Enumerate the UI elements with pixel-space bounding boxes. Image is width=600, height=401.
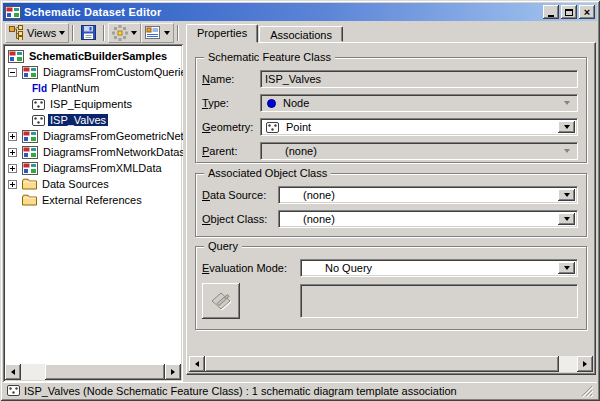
tree-item-root[interactable]: SchematicBuilderSamples [5,48,181,64]
dropdown-arrow-icon[interactable] [558,189,575,201]
chevron-down-icon [59,31,65,35]
chevron-down-icon [131,31,137,35]
list-panel-icon [145,25,161,40]
dropdown-arrow-icon[interactable] [558,213,575,225]
left-panel: Views [3,21,186,382]
tree-item-data-sources[interactable]: Data Sources [5,176,181,192]
tab-properties[interactable]: Properties [186,24,258,43]
group-title: Query [204,240,242,252]
arrow-left-icon [195,361,199,367]
scrollbar-thumb[interactable] [205,356,559,372]
expand-toggle[interactable] [8,164,17,173]
group-title: Associated Object Class [204,167,331,179]
scroll-right-button[interactable] [577,356,593,372]
scrollbar-track[interactable] [21,364,45,380]
toolbar-separator [103,25,105,41]
dataset-tree: SchematicBuilderSamples DiagramsFromCust… [3,44,183,382]
close-icon: × [584,7,590,17]
diagram-class-icon [22,146,38,159]
node-class-icon [7,385,20,396]
minimize-button[interactable] [543,5,559,19]
diagram-class-icon [22,130,38,143]
maximize-button[interactable] [561,5,577,19]
titlebar[interactable]: Schematic Dataset Editor × [3,3,597,21]
object-class-dropdown[interactable]: (none) [278,210,578,228]
type-label: Type: [202,97,260,109]
query-text-box [300,284,578,318]
tree-horizontal-scrollbar[interactable] [5,364,181,380]
toolbar: Views [3,21,186,44]
selected-tree-label: ISP_Valves [48,114,108,126]
views-label: Views [27,27,56,39]
right-panel: Properties Associations Schematic Featur… [186,21,596,382]
parent-label: Parent: [202,145,260,157]
views-button[interactable]: Views [5,23,69,43]
edit-query-icon [209,290,233,312]
expand-toggle[interactable] [8,148,17,157]
views-icon [9,25,24,40]
tree-item-external-references[interactable]: External References [5,192,181,208]
arrow-right-icon [583,361,587,367]
data-source-dropdown[interactable]: (none) [278,186,578,204]
status-text: ISP_Valves (Node Schematic Feature Class… [24,385,581,397]
scrollbar-track[interactable] [559,356,577,372]
chevron-down-icon [164,31,170,35]
tree-item-isp-valves[interactable]: ISP_Valves [5,112,181,128]
expand-toggle[interactable] [8,132,17,141]
layout-menu-button[interactable] [108,23,141,43]
folder-icon [22,178,37,190]
point-geometry-icon [266,122,279,133]
tree-item-diagrams-from-custom-queries[interactable]: DiagramsFromCustomQueries [5,64,181,80]
scroll-left-button[interactable] [189,356,205,372]
name-field: ISP_Valves [260,70,578,88]
type-dropdown: Node [260,94,578,112]
statusbar: ISP_Valves (Node Schematic Feature Class… [3,382,597,398]
minimize-icon [548,15,554,17]
schematic-dataset-editor-window: Schematic Dataset Editor × Views [0,0,600,401]
scroll-right-button[interactable] [165,364,181,380]
properties-page: Schematic Feature Class Name: ISP_Valves… [186,42,596,375]
data-source-label: Data Source: [202,189,278,201]
tree-item-isp-equipments[interactable]: ISP_Equipments [5,96,181,112]
geometry-label: Geometry: [202,121,260,133]
tree-item-diagrams-from-xml-data[interactable]: DiagramsFromXMLData [5,160,181,176]
page-horizontal-scrollbar[interactable] [189,356,593,372]
dropdown-arrow-icon [558,145,575,157]
evaluation-mode-dropdown[interactable]: No Query [300,259,578,277]
folder-icon [22,194,37,206]
diagram-class-icon [22,162,38,175]
close-button[interactable]: × [579,5,595,19]
query-group: Query Evaluation Mode: No Query [195,246,587,330]
tab-strip: Properties Associations [186,24,344,42]
node-class-icon [32,115,45,126]
dropdown-arrow-icon[interactable] [558,262,575,274]
schematic-dataset-icon [8,50,24,63]
parent-dropdown: (none) [260,142,578,160]
legend-menu-button[interactable] [141,23,174,43]
node-class-icon [32,99,45,110]
tree-item-plantnum[interactable]: Fld PlantNum [5,80,181,96]
dropdown-arrow-icon[interactable] [558,121,575,133]
arrow-left-icon [11,369,15,375]
group-title: Schematic Feature Class [204,51,335,63]
tab-associations[interactable]: Associations [259,26,343,42]
save-icon [81,25,96,40]
associated-object-class-group: Associated Object Class Data Source: (no… [195,173,587,237]
scrollbar-thumb[interactable] [45,364,165,380]
app-icon [5,6,21,19]
geometry-dropdown[interactable]: Point [260,118,578,136]
expand-toggle[interactable] [8,180,17,189]
tree-item-diagrams-from-geometric-network[interactable]: DiagramsFromGeometricNetwork [5,128,181,144]
collapse-toggle[interactable] [8,68,17,77]
object-class-label: Object Class: [202,213,278,225]
edit-query-button [202,283,240,319]
schematic-feature-class-group: Schematic Feature Class Name: ISP_Valves… [195,57,587,163]
tree-item-diagrams-from-network-dataset[interactable]: DiagramsFromNetworkDataset [5,144,181,160]
diagram-class-icon [22,66,38,79]
save-button[interactable] [77,23,100,43]
evaluation-mode-label: Evaluation Mode: [202,262,300,274]
radial-layout-icon [112,25,128,41]
toolbar-separator [72,25,74,41]
resize-grip[interactable] [581,385,593,397]
scroll-left-button[interactable] [5,364,21,380]
